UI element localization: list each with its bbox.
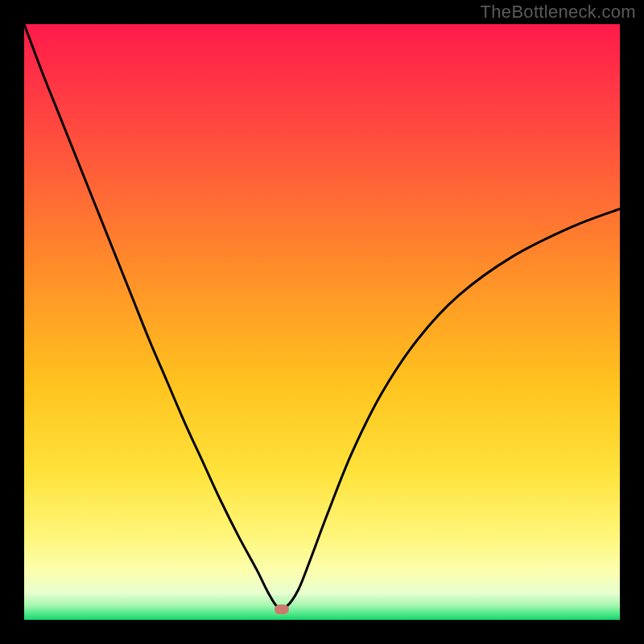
watermark-text: TheBottleneck.com [481, 2, 636, 23]
chart-container: TheBottleneck.com [0, 0, 644, 644]
optimum-marker [275, 605, 289, 614]
curve-layer [24, 24, 620, 620]
plot-area [24, 24, 620, 620]
bottleneck-curve [24, 24, 620, 609]
